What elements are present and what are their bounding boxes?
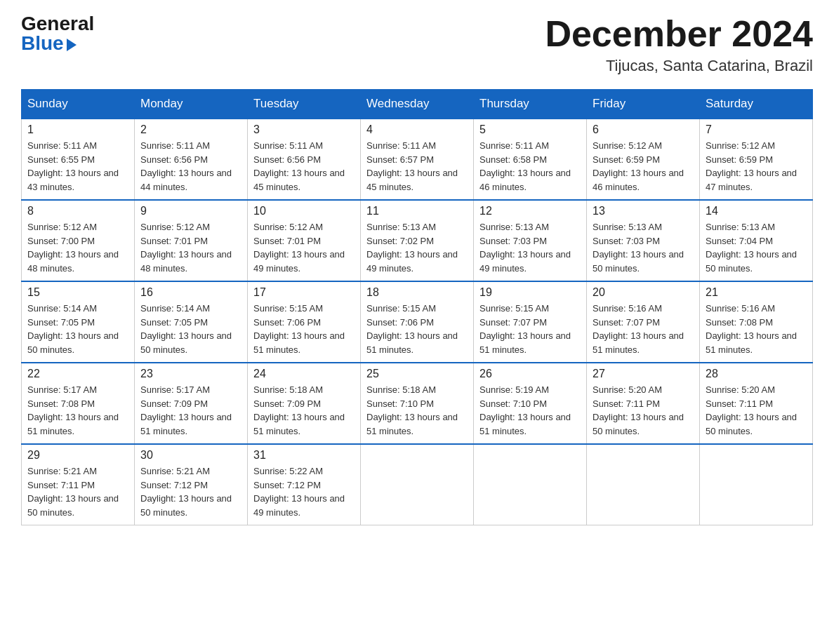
day-cell: 15Sunrise: 5:14 AMSunset: 7:05 PMDayligh…	[22, 281, 135, 363]
day-info: Sunrise: 5:12 AMSunset: 7:01 PMDaylight:…	[253, 220, 355, 275]
day-number: 23	[140, 368, 241, 380]
day-cell: 26Sunrise: 5:19 AMSunset: 7:10 PMDayligh…	[474, 363, 587, 444]
day-number: 31	[253, 449, 355, 462]
day-cell: 5Sunrise: 5:11 AMSunset: 6:58 PMDaylight…	[474, 119, 587, 200]
day-cell: 1Sunrise: 5:11 AMSunset: 6:55 PMDaylight…	[22, 119, 135, 200]
logo-general-text: General	[21, 14, 94, 34]
day-number: 28	[706, 368, 807, 380]
day-cell: 8Sunrise: 5:12 AMSunset: 7:00 PMDaylight…	[22, 200, 135, 281]
day-cell: 13Sunrise: 5:13 AMSunset: 7:03 PMDayligh…	[587, 200, 700, 281]
day-number: 4	[366, 123, 468, 136]
day-cell: 10Sunrise: 5:12 AMSunset: 7:01 PMDayligh…	[248, 200, 361, 281]
weekday-header-tuesday: Tuesday	[248, 90, 361, 119]
day-info: Sunrise: 5:11 AMSunset: 6:56 PMDaylight:…	[253, 139, 355, 194]
day-info: Sunrise: 5:13 AMSunset: 7:03 PMDaylight:…	[593, 220, 694, 275]
day-number: 17	[253, 286, 355, 299]
day-info: Sunrise: 5:12 AMSunset: 6:59 PMDaylight:…	[706, 139, 807, 194]
day-number: 1	[27, 123, 128, 136]
day-info: Sunrise: 5:21 AMSunset: 7:11 PMDaylight:…	[27, 464, 128, 519]
weekday-header-row: SundayMondayTuesdayWednesdayThursdayFrid…	[22, 90, 813, 119]
day-cell	[700, 444, 813, 525]
day-cell: 24Sunrise: 5:18 AMSunset: 7:09 PMDayligh…	[248, 363, 361, 444]
day-info: Sunrise: 5:11 AMSunset: 6:57 PMDaylight:…	[366, 139, 468, 194]
day-number: 13	[593, 205, 694, 217]
location-title: Tijucas, Santa Catarina, Brazil	[545, 57, 813, 75]
day-cell: 6Sunrise: 5:12 AMSunset: 6:59 PMDaylight…	[587, 119, 700, 200]
day-info: Sunrise: 5:11 AMSunset: 6:55 PMDaylight:…	[27, 139, 128, 194]
day-number: 20	[593, 286, 694, 299]
day-number: 25	[366, 368, 468, 380]
weekday-header-saturday: Saturday	[700, 90, 813, 119]
day-cell: 27Sunrise: 5:20 AMSunset: 7:11 PMDayligh…	[587, 363, 700, 444]
weekday-header-thursday: Thursday	[474, 90, 587, 119]
day-number: 22	[27, 368, 128, 380]
weekday-header-monday: Monday	[135, 90, 248, 119]
day-info: Sunrise: 5:14 AMSunset: 7:05 PMDaylight:…	[27, 302, 128, 356]
day-cell: 18Sunrise: 5:15 AMSunset: 7:06 PMDayligh…	[361, 281, 474, 363]
week-row-3: 15Sunrise: 5:14 AMSunset: 7:05 PMDayligh…	[22, 281, 813, 363]
day-cell: 17Sunrise: 5:15 AMSunset: 7:06 PMDayligh…	[248, 281, 361, 363]
day-number: 24	[253, 368, 355, 380]
day-number: 21	[706, 286, 807, 299]
day-cell: 25Sunrise: 5:18 AMSunset: 7:10 PMDayligh…	[361, 363, 474, 444]
day-number: 2	[140, 123, 241, 136]
day-info: Sunrise: 5:14 AMSunset: 7:05 PMDaylight:…	[140, 302, 241, 356]
day-info: Sunrise: 5:19 AMSunset: 7:10 PMDaylight:…	[479, 383, 581, 438]
day-number: 12	[479, 205, 581, 217]
day-info: Sunrise: 5:16 AMSunset: 7:07 PMDaylight:…	[593, 302, 694, 356]
day-info: Sunrise: 5:11 AMSunset: 6:56 PMDaylight:…	[140, 139, 241, 194]
weekday-header-wednesday: Wednesday	[361, 90, 474, 119]
logo-arrow-icon	[67, 39, 77, 51]
day-number: 7	[706, 123, 807, 136]
day-number: 15	[27, 286, 128, 299]
day-number: 3	[253, 123, 355, 136]
day-cell: 29Sunrise: 5:21 AMSunset: 7:11 PMDayligh…	[22, 444, 135, 525]
day-info: Sunrise: 5:22 AMSunset: 7:12 PMDaylight:…	[253, 464, 355, 519]
day-number: 26	[479, 368, 581, 380]
day-cell: 19Sunrise: 5:15 AMSunset: 7:07 PMDayligh…	[474, 281, 587, 363]
day-cell	[474, 444, 587, 525]
day-cell: 12Sunrise: 5:13 AMSunset: 7:03 PMDayligh…	[474, 200, 587, 281]
day-info: Sunrise: 5:13 AMSunset: 7:03 PMDaylight:…	[479, 220, 581, 275]
day-cell: 31Sunrise: 5:22 AMSunset: 7:12 PMDayligh…	[248, 444, 361, 525]
day-info: Sunrise: 5:17 AMSunset: 7:09 PMDaylight:…	[140, 383, 241, 438]
day-number: 14	[706, 205, 807, 217]
day-cell: 14Sunrise: 5:13 AMSunset: 7:04 PMDayligh…	[700, 200, 813, 281]
day-cell: 28Sunrise: 5:20 AMSunset: 7:11 PMDayligh…	[700, 363, 813, 444]
day-info: Sunrise: 5:15 AMSunset: 7:07 PMDaylight:…	[479, 302, 581, 356]
day-info: Sunrise: 5:16 AMSunset: 7:08 PMDaylight:…	[706, 302, 807, 356]
day-number: 30	[140, 449, 241, 462]
day-cell: 11Sunrise: 5:13 AMSunset: 7:02 PMDayligh…	[361, 200, 474, 281]
day-info: Sunrise: 5:20 AMSunset: 7:11 PMDaylight:…	[593, 383, 694, 438]
day-cell: 7Sunrise: 5:12 AMSunset: 6:59 PMDaylight…	[700, 119, 813, 200]
day-number: 8	[27, 205, 128, 217]
day-info: Sunrise: 5:18 AMSunset: 7:10 PMDaylight:…	[366, 383, 468, 438]
day-cell: 3Sunrise: 5:11 AMSunset: 6:56 PMDaylight…	[248, 119, 361, 200]
title-area: December 2024 Tijucas, Santa Catarina, B…	[545, 14, 813, 75]
day-number: 10	[253, 205, 355, 217]
day-cell: 16Sunrise: 5:14 AMSunset: 7:05 PMDayligh…	[135, 281, 248, 363]
week-row-4: 22Sunrise: 5:17 AMSunset: 7:08 PMDayligh…	[22, 363, 813, 444]
day-number: 19	[479, 286, 581, 299]
day-info: Sunrise: 5:12 AMSunset: 6:59 PMDaylight:…	[593, 139, 694, 194]
day-number: 5	[479, 123, 581, 136]
day-number: 18	[366, 286, 468, 299]
calendar-table: SundayMondayTuesdayWednesdayThursdayFrid…	[21, 89, 813, 525]
day-cell: 21Sunrise: 5:16 AMSunset: 7:08 PMDayligh…	[700, 281, 813, 363]
day-cell: 23Sunrise: 5:17 AMSunset: 7:09 PMDayligh…	[135, 363, 248, 444]
day-cell: 30Sunrise: 5:21 AMSunset: 7:12 PMDayligh…	[135, 444, 248, 525]
month-title: December 2024	[545, 14, 813, 54]
day-cell: 4Sunrise: 5:11 AMSunset: 6:57 PMDaylight…	[361, 119, 474, 200]
day-cell: 9Sunrise: 5:12 AMSunset: 7:01 PMDaylight…	[135, 200, 248, 281]
weekday-header-friday: Friday	[587, 90, 700, 119]
day-cell: 20Sunrise: 5:16 AMSunset: 7:07 PMDayligh…	[587, 281, 700, 363]
day-cell: 22Sunrise: 5:17 AMSunset: 7:08 PMDayligh…	[22, 363, 135, 444]
day-info: Sunrise: 5:12 AMSunset: 7:01 PMDaylight:…	[140, 220, 241, 275]
day-info: Sunrise: 5:17 AMSunset: 7:08 PMDaylight:…	[27, 383, 128, 438]
day-number: 11	[366, 205, 468, 217]
day-info: Sunrise: 5:15 AMSunset: 7:06 PMDaylight:…	[253, 302, 355, 356]
day-info: Sunrise: 5:11 AMSunset: 6:58 PMDaylight:…	[479, 139, 581, 194]
day-info: Sunrise: 5:18 AMSunset: 7:09 PMDaylight:…	[253, 383, 355, 438]
day-info: Sunrise: 5:13 AMSunset: 7:04 PMDaylight:…	[706, 220, 807, 275]
day-number: 16	[140, 286, 241, 299]
